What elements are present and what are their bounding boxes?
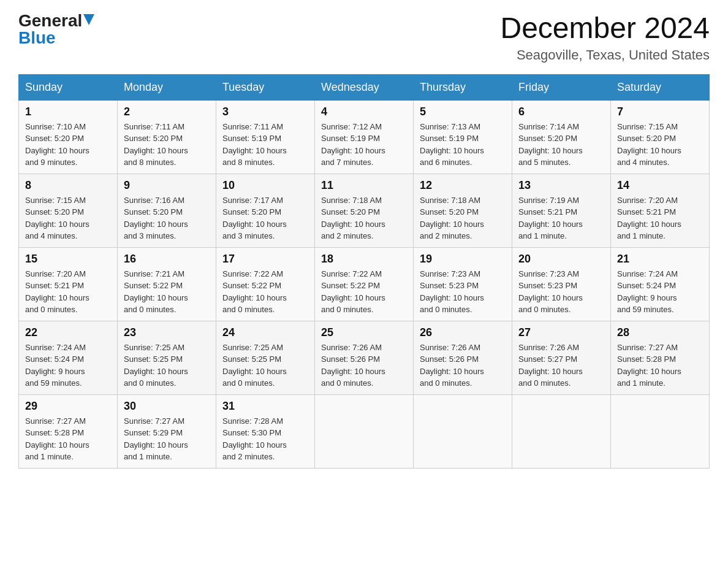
day-number: 28 xyxy=(617,326,703,339)
day-info: Sunrise: 7:28 AMSunset: 5:30 PMDaylight:… xyxy=(222,415,308,463)
table-row: 5 Sunrise: 7:13 AMSunset: 5:19 PMDayligh… xyxy=(414,100,512,174)
day-number: 13 xyxy=(518,179,604,192)
table-row: 10 Sunrise: 7:17 AMSunset: 5:20 PMDaylig… xyxy=(216,174,315,247)
day-number: 11 xyxy=(321,179,407,192)
day-info: Sunrise: 7:10 AMSunset: 5:20 PMDaylight:… xyxy=(25,121,111,169)
calendar-week-row: 8 Sunrise: 7:15 AMSunset: 5:20 PMDayligh… xyxy=(19,174,710,247)
day-info: Sunrise: 7:26 AMSunset: 5:27 PMDaylight:… xyxy=(518,342,604,389)
logo: General Blue xyxy=(18,12,94,47)
calendar-week-row: 29 Sunrise: 7:27 AMSunset: 5:28 PMDaylig… xyxy=(19,394,710,468)
day-number: 3 xyxy=(222,105,308,118)
day-info: Sunrise: 7:24 AMSunset: 5:24 PMDaylight:… xyxy=(617,268,703,316)
table-row: 9 Sunrise: 7:16 AMSunset: 5:20 PMDayligh… xyxy=(118,174,216,247)
logo-arrow-icon xyxy=(83,14,94,25)
day-info: Sunrise: 7:16 AMSunset: 5:20 PMDaylight:… xyxy=(124,194,210,242)
day-info: Sunrise: 7:11 AMSunset: 5:20 PMDaylight:… xyxy=(124,121,210,169)
table-row: 25 Sunrise: 7:26 AMSunset: 5:26 PMDaylig… xyxy=(315,321,414,394)
day-info: Sunrise: 7:27 AMSunset: 5:28 PMDaylight:… xyxy=(617,342,703,389)
day-number: 25 xyxy=(321,326,407,339)
table-row: 8 Sunrise: 7:15 AMSunset: 5:20 PMDayligh… xyxy=(19,174,118,247)
table-row: 6 Sunrise: 7:14 AMSunset: 5:20 PMDayligh… xyxy=(512,100,611,174)
dow-friday: Friday xyxy=(512,74,611,100)
table-row: 24 Sunrise: 7:25 AMSunset: 5:25 PMDaylig… xyxy=(216,321,315,394)
table-row: 31 Sunrise: 7:28 AMSunset: 5:30 PMDaylig… xyxy=(216,394,315,468)
logo-blue-text: Blue xyxy=(18,28,56,47)
table-row: 16 Sunrise: 7:21 AMSunset: 5:22 PMDaylig… xyxy=(118,247,216,321)
day-number: 7 xyxy=(617,105,703,118)
day-info: Sunrise: 7:12 AMSunset: 5:19 PMDaylight:… xyxy=(321,121,407,169)
month-title: December 2024 xyxy=(500,12,710,45)
table-row: 15 Sunrise: 7:20 AMSunset: 5:21 PMDaylig… xyxy=(19,247,118,321)
table-row: 18 Sunrise: 7:22 AMSunset: 5:22 PMDaylig… xyxy=(315,247,414,321)
table-row: 17 Sunrise: 7:22 AMSunset: 5:22 PMDaylig… xyxy=(216,247,315,321)
day-info: Sunrise: 7:15 AMSunset: 5:20 PMDaylight:… xyxy=(25,194,111,242)
day-info: Sunrise: 7:14 AMSunset: 5:20 PMDaylight:… xyxy=(518,121,604,169)
day-info: Sunrise: 7:25 AMSunset: 5:25 PMDaylight:… xyxy=(124,342,210,389)
day-number: 20 xyxy=(518,253,604,266)
day-number: 9 xyxy=(124,179,210,192)
day-info: Sunrise: 7:18 AMSunset: 5:20 PMDaylight:… xyxy=(420,194,506,242)
day-info: Sunrise: 7:22 AMSunset: 5:22 PMDaylight:… xyxy=(321,268,407,316)
page-header: General Blue December 2024 Seagoville, T… xyxy=(18,12,710,63)
day-info: Sunrise: 7:27 AMSunset: 5:29 PMDaylight:… xyxy=(124,415,210,463)
day-number: 15 xyxy=(25,253,111,266)
day-info: Sunrise: 7:22 AMSunset: 5:22 PMDaylight:… xyxy=(222,268,308,316)
day-info: Sunrise: 7:27 AMSunset: 5:28 PMDaylight:… xyxy=(25,415,111,463)
svg-marker-0 xyxy=(83,14,94,25)
day-number: 14 xyxy=(617,179,703,192)
day-info: Sunrise: 7:23 AMSunset: 5:23 PMDaylight:… xyxy=(420,268,506,316)
table-row: 20 Sunrise: 7:23 AMSunset: 5:23 PMDaylig… xyxy=(512,247,611,321)
table-row: 23 Sunrise: 7:25 AMSunset: 5:25 PMDaylig… xyxy=(118,321,216,394)
day-number: 21 xyxy=(617,253,703,266)
day-info: Sunrise: 7:17 AMSunset: 5:20 PMDaylight:… xyxy=(222,194,308,242)
day-info: Sunrise: 7:26 AMSunset: 5:26 PMDaylight:… xyxy=(321,342,407,389)
day-info: Sunrise: 7:11 AMSunset: 5:19 PMDaylight:… xyxy=(222,121,308,169)
table-row: 30 Sunrise: 7:27 AMSunset: 5:29 PMDaylig… xyxy=(118,394,216,468)
day-number: 4 xyxy=(321,105,407,118)
table-row xyxy=(611,394,710,468)
dow-sunday: Sunday xyxy=(19,74,118,100)
day-number: 5 xyxy=(420,105,506,118)
table-row: 4 Sunrise: 7:12 AMSunset: 5:19 PMDayligh… xyxy=(315,100,414,174)
day-info: Sunrise: 7:26 AMSunset: 5:26 PMDaylight:… xyxy=(420,342,506,389)
title-area: December 2024 Seagoville, Texas, United … xyxy=(500,12,710,63)
table-row: 12 Sunrise: 7:18 AMSunset: 5:20 PMDaylig… xyxy=(414,174,512,247)
day-number: 2 xyxy=(124,105,210,118)
day-number: 31 xyxy=(222,400,308,413)
day-info: Sunrise: 7:23 AMSunset: 5:23 PMDaylight:… xyxy=(518,268,604,316)
day-number: 12 xyxy=(420,179,506,192)
day-info: Sunrise: 7:21 AMSunset: 5:22 PMDaylight:… xyxy=(124,268,210,316)
day-number: 8 xyxy=(25,179,111,192)
table-row: 28 Sunrise: 7:27 AMSunset: 5:28 PMDaylig… xyxy=(611,321,710,394)
logo-general-text: General xyxy=(18,12,82,29)
day-number: 27 xyxy=(518,326,604,339)
day-number: 1 xyxy=(25,105,111,118)
days-of-week-row: Sunday Monday Tuesday Wednesday Thursday… xyxy=(19,74,710,100)
day-info: Sunrise: 7:18 AMSunset: 5:20 PMDaylight:… xyxy=(321,194,407,242)
table-row: 2 Sunrise: 7:11 AMSunset: 5:20 PMDayligh… xyxy=(118,100,216,174)
day-info: Sunrise: 7:24 AMSunset: 5:24 PMDaylight:… xyxy=(25,342,111,389)
day-info: Sunrise: 7:13 AMSunset: 5:19 PMDaylight:… xyxy=(420,121,506,169)
dow-tuesday: Tuesday xyxy=(216,74,315,100)
day-number: 23 xyxy=(124,326,210,339)
calendar-week-row: 15 Sunrise: 7:20 AMSunset: 5:21 PMDaylig… xyxy=(19,247,710,321)
day-info: Sunrise: 7:19 AMSunset: 5:21 PMDaylight:… xyxy=(518,194,604,242)
calendar-table: Sunday Monday Tuesday Wednesday Thursday… xyxy=(18,74,710,469)
day-info: Sunrise: 7:25 AMSunset: 5:25 PMDaylight:… xyxy=(222,342,308,389)
day-number: 18 xyxy=(321,253,407,266)
day-info: Sunrise: 7:20 AMSunset: 5:21 PMDaylight:… xyxy=(617,194,703,242)
table-row: 22 Sunrise: 7:24 AMSunset: 5:24 PMDaylig… xyxy=(19,321,118,394)
day-number: 26 xyxy=(420,326,506,339)
table-row: 19 Sunrise: 7:23 AMSunset: 5:23 PMDaylig… xyxy=(414,247,512,321)
day-info: Sunrise: 7:15 AMSunset: 5:20 PMDaylight:… xyxy=(617,121,703,169)
day-number: 29 xyxy=(25,400,111,413)
table-row: 21 Sunrise: 7:24 AMSunset: 5:24 PMDaylig… xyxy=(611,247,710,321)
day-number: 17 xyxy=(222,253,308,266)
table-row: 26 Sunrise: 7:26 AMSunset: 5:26 PMDaylig… xyxy=(414,321,512,394)
day-number: 30 xyxy=(124,400,210,413)
table-row: 7 Sunrise: 7:15 AMSunset: 5:20 PMDayligh… xyxy=(611,100,710,174)
location-title: Seagoville, Texas, United States xyxy=(500,47,710,63)
calendar-week-row: 1 Sunrise: 7:10 AMSunset: 5:20 PMDayligh… xyxy=(19,100,710,174)
day-number: 16 xyxy=(124,253,210,266)
table-row: 13 Sunrise: 7:19 AMSunset: 5:21 PMDaylig… xyxy=(512,174,611,247)
